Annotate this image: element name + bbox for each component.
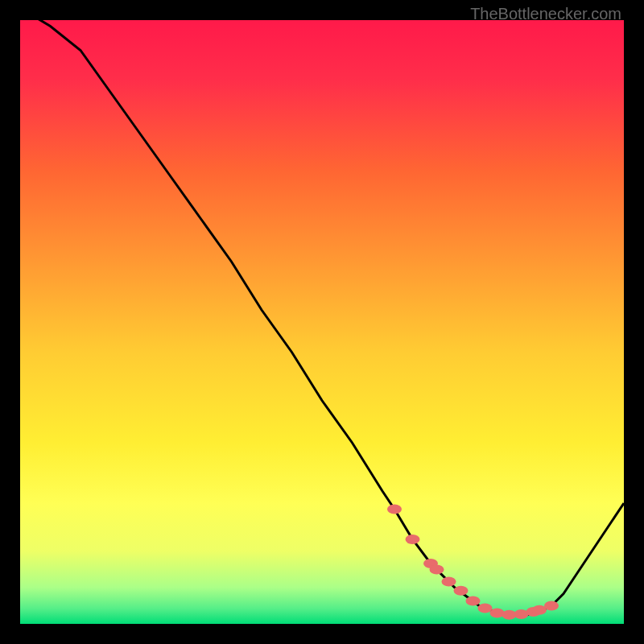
marker-point: [406, 535, 420, 544]
marker-point: [478, 604, 493, 613]
chart-container: TheBottlenecker.com: [0, 0, 644, 644]
highlight-markers: [387, 505, 559, 620]
marker-point: [387, 505, 402, 514]
marker-point: [544, 601, 559, 611]
marker-point: [454, 586, 469, 596]
marker-point: [430, 565, 444, 575]
marker-point: [466, 597, 481, 606]
bottleneck-curve: [20, 20, 624, 615]
marker-point: [490, 609, 505, 618]
plot-area: [20, 20, 624, 624]
marker-point: [442, 577, 456, 587]
curve-layer: [20, 20, 624, 624]
watermark-text: TheBottlenecker.com: [470, 5, 621, 23]
